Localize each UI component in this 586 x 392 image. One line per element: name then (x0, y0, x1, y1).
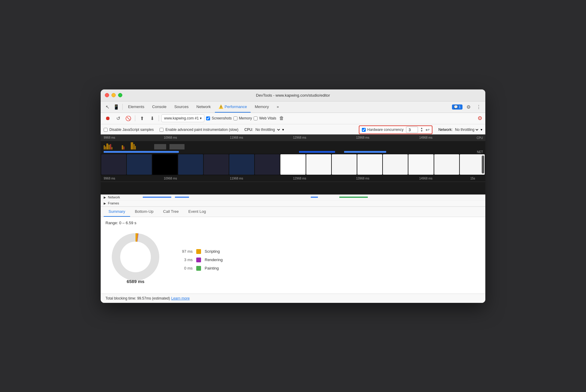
nav-right: 💬 1 ⚙ ⋮ (452, 103, 483, 111)
advanced-paint-label: Enable advanced paint instrumentation (s… (165, 128, 238, 132)
spinner-down-icon[interactable]: ▼ (420, 130, 423, 132)
upload-button[interactable]: ⬆ (138, 114, 146, 122)
pointer-icon[interactable]: ↖ (103, 103, 111, 111)
cpu-bar (122, 145, 123, 149)
screenshot-10 (332, 154, 357, 175)
net-bar-blue-dark (299, 151, 335, 153)
more-options-icon[interactable]: ⋮ (475, 103, 483, 111)
donut-center-label: 6589 ms (127, 279, 144, 284)
scripting-value: 97 ms (178, 249, 193, 254)
tab-event-log[interactable]: Event Log (184, 207, 211, 217)
nav-divider-1 (122, 104, 123, 110)
screenshot-6 (229, 154, 254, 175)
tab-sources[interactable]: Sources (171, 101, 192, 113)
capture-settings-icon[interactable]: ⚙ (478, 115, 482, 122)
disable-js-samples-option: Disable JavaScript samples (104, 128, 154, 132)
net-row-bar-2 (175, 197, 189, 198)
time-label-b4: 13968 ms (356, 177, 369, 180)
memory-label: Memory (239, 116, 252, 120)
net-label: NET (477, 150, 483, 153)
tab-console[interactable]: Console (148, 101, 170, 113)
network-row-label: Network (108, 195, 120, 199)
hw-concurrency-spinner[interactable]: ▲ ▼ (420, 127, 423, 132)
cpu-throttle-select[interactable]: No throttling 4x slowdown 6x slowdown (254, 127, 281, 132)
screenshots-strip (101, 154, 485, 175)
legend: 97 ms Scripting 3 ms Rendering 0 ms Pain… (178, 249, 223, 271)
network-throttle-select[interactable]: No throttling Slow 3G Fast 3G (454, 127, 479, 132)
time-label-b2: 11968 ms (230, 177, 243, 180)
range-text: Range: 0 – 6.59 s (105, 221, 481, 225)
hw-concurrency-checkbox[interactable] (362, 128, 366, 132)
time-label-0: 9968 ms (104, 136, 115, 139)
disable-js-samples-checkbox[interactable] (104, 128, 108, 132)
memory-option: Memory (233, 116, 252, 120)
chat-badge[interactable]: 💬 1 (452, 104, 462, 110)
tab-network[interactable]: Network (193, 101, 215, 113)
reload-profile-button[interactable]: ↺ (114, 114, 122, 122)
tab-elements[interactable]: Elements (124, 101, 148, 113)
target-selector[interactable]: www.kapwing.com #1 ▾ (161, 114, 204, 122)
tab-performance[interactable]: ⚠️ Performance (215, 101, 250, 113)
timeline-scrollbar[interactable] (482, 155, 484, 173)
clear-button[interactable]: 🚫 (124, 114, 133, 122)
perf-rows: ▶ Network ▶ Frames (101, 194, 485, 207)
legend-painting: 0 ms Painting (178, 266, 223, 271)
target-selector-chevron: ▾ (200, 116, 202, 120)
webvitals-option: Web Vitals (254, 116, 276, 120)
tab-summary[interactable]: Summary (104, 207, 130, 217)
summary-body: 6589 ms 97 ms Scripting 3 ms Rendering (105, 230, 481, 290)
time-label-b0: 9968 ms (104, 177, 115, 180)
network-row-toggle[interactable]: ▶ (104, 196, 106, 199)
toolbar-divider-2 (159, 115, 159, 121)
target-selector-value: www.kapwing.com #1 (164, 116, 199, 120)
time-ruler-bottom: 9968 ms 10968 ms 11968 ms 12968 ms 13968… (101, 175, 485, 182)
download-button[interactable]: ⬇ (148, 114, 156, 122)
hw-concurrency-option: Hardware concurrency (362, 128, 404, 132)
record-button[interactable]: ⏺ (104, 114, 112, 122)
time-ruler-top: 9968 ms 10968 ms 11968 ms 12968 ms 13968… (101, 134, 485, 141)
disable-js-samples-label: Disable JavaScript samples (109, 128, 154, 132)
cpu-bar (108, 145, 110, 149)
trash-icon[interactable]: 🗑 (279, 116, 284, 121)
frames-row: ▶ Frames (101, 201, 485, 207)
advanced-paint-option: Enable advanced paint instrumentation (s… (160, 128, 238, 132)
donut-chart: 6589 ms (105, 230, 166, 290)
maximize-button[interactable] (118, 93, 122, 97)
cpu-bar (111, 147, 112, 149)
screenshot-7 (255, 154, 280, 175)
network-label: Network: (438, 128, 453, 132)
toolbar-divider-1 (135, 115, 135, 121)
tab-more[interactable]: » (273, 101, 282, 113)
frames-row-toggle[interactable]: ▶ (104, 202, 106, 205)
cpu-throttle-option: CPU: No throttling 4x slowdown 6x slowdo… (244, 127, 284, 132)
cpu-bar-red (124, 146, 124, 149)
minimize-button[interactable] (111, 93, 116, 97)
rendering-color-swatch (196, 258, 201, 262)
hw-concurrency-input[interactable] (406, 127, 418, 133)
close-button[interactable] (105, 93, 109, 97)
screenshot-1 (101, 154, 126, 175)
cpu-label: CPU: (244, 128, 253, 132)
screenshots-checkbox[interactable] (206, 116, 210, 120)
memory-checkbox[interactable] (233, 116, 237, 120)
bottom-panel: Summary Bottom-Up Call Tree Event Log Ra… (101, 207, 485, 294)
painting-label: Painting (205, 266, 219, 270)
tab-memory[interactable]: Memory (251, 101, 273, 113)
tab-call-tree[interactable]: Call Tree (158, 207, 184, 217)
toolbar: ⏺ ↺ 🚫 ⬆ ⬇ www.kapwing.com #1 ▾ Screensho… (101, 113, 485, 124)
learn-more-link[interactable]: Learn more (171, 296, 190, 300)
network-row-bars (125, 196, 482, 198)
devtools-window: DevTools - www.kapwing.com/studio/editor… (101, 89, 485, 303)
screenshot-14 (434, 154, 459, 175)
legend-scripting: 97 ms Scripting (178, 249, 223, 254)
screenshot-8 (280, 154, 305, 175)
webvitals-checkbox[interactable] (254, 116, 258, 120)
tab-bottom-up[interactable]: Bottom-Up (130, 207, 158, 217)
screenshot-12 (383, 154, 408, 175)
settings-icon[interactable]: ⚙ (464, 103, 473, 111)
cpu-row (101, 141, 485, 150)
advanced-paint-checkbox[interactable] (160, 128, 163, 132)
device-icon[interactable]: 📱 (112, 103, 121, 111)
time-label-b5: 14968 ms (419, 177, 432, 180)
hw-concurrency-undo-icon[interactable]: ↩ (426, 127, 429, 133)
